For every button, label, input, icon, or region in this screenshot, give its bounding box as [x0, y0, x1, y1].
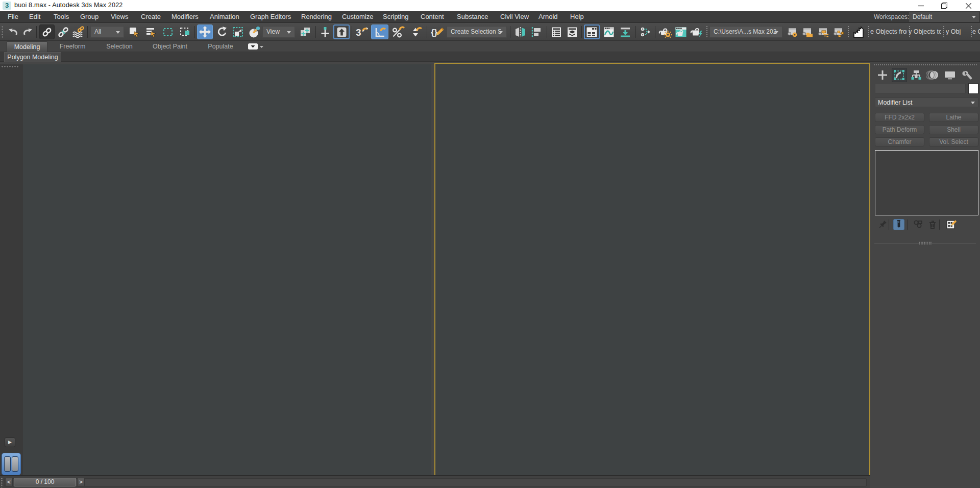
command-panel-grip[interactable] — [873, 64, 977, 66]
select-and-manipulate-button[interactable] — [318, 25, 332, 39]
render-production-button[interactable] — [690, 25, 703, 39]
modifier-button-lathe[interactable]: Lathe — [929, 113, 978, 122]
render-setup-button[interactable] — [658, 25, 672, 39]
menu-tools[interactable]: Tools — [54, 11, 69, 22]
script-nodes-button[interactable] — [832, 25, 845, 39]
time-slider-track[interactable] — [4, 478, 867, 486]
project-folder-dropdown[interactable]: C:\Users\A...s Max 2022 — [709, 26, 782, 38]
remove-modifier-button[interactable] — [927, 219, 938, 230]
panel-tab-motion[interactable] — [925, 68, 941, 82]
viewport-left[interactable] — [23, 64, 431, 475]
rendered-frame-window-button[interactable] — [674, 25, 688, 39]
modifier-button-vol-select[interactable]: Vol. Select — [929, 137, 978, 147]
ribbon-tab-freeform[interactable]: Freeform — [53, 41, 92, 52]
use-pivot-point-center-button[interactable] — [298, 25, 313, 39]
ribbon-minimize-button[interactable] — [248, 43, 263, 50]
menu-substance[interactable]: Substance — [457, 11, 488, 22]
toggle-scene-explorer-button[interactable] — [550, 25, 563, 39]
menu-arnold[interactable]: Arnold — [538, 11, 558, 22]
script-run-button[interactable] — [786, 25, 799, 39]
angle-snap-toggle-button[interactable] — [371, 25, 388, 39]
modifier-list-dropdown[interactable]: Modifier List — [875, 97, 978, 107]
menu-help[interactable]: Help — [570, 11, 584, 22]
ribbon-tab-modeling[interactable]: Modeling — [7, 41, 47, 52]
menu-modifiers[interactable]: Modifiers — [172, 11, 199, 22]
snaps-toggle-3d-button[interactable]: 3 — [354, 25, 370, 39]
menu-civil-view[interactable]: Civil View — [500, 11, 529, 22]
tab-polygon-modeling[interactable]: Polygon Modeling — [4, 52, 61, 62]
reference-coordinate-dropdown[interactable]: View — [262, 26, 295, 38]
undo-button[interactable] — [6, 25, 19, 39]
redo-button[interactable] — [21, 25, 35, 39]
toolbar-overflow-button[interactable]: y Objects to — [909, 26, 941, 38]
menu-file[interactable]: File — [8, 11, 18, 22]
toolbar-overflow-button[interactable]: y Obj — [946, 26, 969, 38]
select-and-rotate-button[interactable] — [215, 25, 229, 39]
modifier-button-shell[interactable]: Shell — [929, 125, 978, 134]
make-unique-button[interactable] — [913, 219, 924, 230]
layout-flyout-button[interactable]: ▶ — [5, 437, 15, 447]
menu-scripting[interactable]: Scripting — [383, 11, 409, 22]
edit-named-selection-sets-button[interactable]: {} — [430, 25, 445, 39]
toolbar-overflow-button[interactable]: e Obje — [972, 26, 980, 38]
spinner-snap-toggle-button[interactable] — [407, 25, 423, 39]
configure-modifier-sets-button[interactable] — [945, 219, 957, 230]
modifier-button-chamfer[interactable]: Chamfer — [875, 137, 924, 147]
schematic-view-button[interactable] — [618, 25, 633, 39]
select-by-name-button[interactable] — [144, 25, 158, 39]
modifier-button-ffd-2x2x2[interactable]: FFD 2x2x2 — [875, 113, 924, 122]
menu-animation[interactable]: Animation — [210, 11, 239, 22]
toolbar-grip[interactable] — [706, 26, 708, 38]
toolbar-grip[interactable] — [1, 26, 4, 38]
menu-edit[interactable]: Edit — [29, 11, 40, 22]
curve-editor-button[interactable] — [602, 25, 616, 39]
rectangular-selection-region-button[interactable] — [161, 25, 175, 39]
select-and-place-button[interactable] — [247, 25, 261, 39]
ribbon-tab-selection[interactable]: Selection — [100, 41, 139, 52]
select-and-link-button[interactable] — [39, 25, 55, 39]
close-button[interactable] — [957, 0, 980, 11]
panel-divider-handle[interactable] — [919, 241, 932, 245]
layout-two-views-button[interactable] — [2, 453, 21, 475]
script-open-button[interactable] — [801, 25, 814, 39]
align-button[interactable] — [529, 25, 544, 39]
modifier-button-path-deform[interactable]: Path Deform — [875, 125, 924, 134]
object-color-swatch[interactable] — [968, 83, 978, 94]
select-and-move-button[interactable] — [197, 25, 213, 39]
viewport-right[interactable] — [434, 63, 870, 477]
keyboard-shortcut-override-button[interactable] — [333, 25, 350, 39]
pin-stack-button[interactable] — [877, 219, 888, 230]
menu-customize[interactable]: Customize — [342, 11, 373, 22]
menu-graph-editors[interactable]: Graph Editors — [250, 11, 291, 22]
ribbon-tab-populate[interactable]: Populate — [202, 41, 239, 52]
object-name-input[interactable] — [875, 84, 966, 93]
isolate-selection-button[interactable] — [851, 25, 865, 39]
select-and-scale-button[interactable] — [231, 25, 245, 39]
previous-frame-button[interactable]: < — [5, 478, 13, 486]
select-object-button[interactable] — [127, 25, 141, 39]
unlink-selection-button[interactable] — [57, 25, 70, 39]
minimize-button[interactable] — [909, 0, 933, 11]
toggle-ribbon-button[interactable] — [584, 25, 600, 39]
panel-tab-modify[interactable] — [892, 68, 907, 82]
toolbar-overflow-button[interactable]: e Objects fron — [870, 26, 907, 38]
ribbon-tab-object-paint[interactable]: Object Paint — [146, 41, 194, 52]
menu-create[interactable]: Create — [141, 11, 161, 22]
modifier-stack-list[interactable] — [875, 150, 978, 215]
workspaces-dropdown[interactable]: Default — [909, 12, 979, 22]
toolbar-grip[interactable] — [943, 26, 945, 38]
layout-strip-grip[interactable] — [1, 65, 18, 68]
menu-group[interactable]: Group — [80, 11, 99, 22]
menu-views[interactable]: Views — [111, 11, 128, 22]
next-frame-button[interactable]: > — [77, 478, 85, 486]
panel-tab-hierarchy[interactable] — [909, 68, 924, 82]
panel-tab-display[interactable] — [942, 68, 958, 82]
maximize-button[interactable] — [933, 0, 956, 11]
percent-snap-toggle-button[interactable] — [390, 25, 406, 39]
menu-rendering[interactable]: Rendering — [301, 11, 332, 22]
toolbar-grip[interactable] — [847, 26, 849, 38]
show-end-result-button[interactable] — [893, 219, 904, 230]
toggle-layer-explorer-button[interactable] — [566, 25, 579, 39]
mirror-button[interactable] — [513, 25, 527, 39]
toolbar-grip[interactable] — [868, 26, 870, 38]
